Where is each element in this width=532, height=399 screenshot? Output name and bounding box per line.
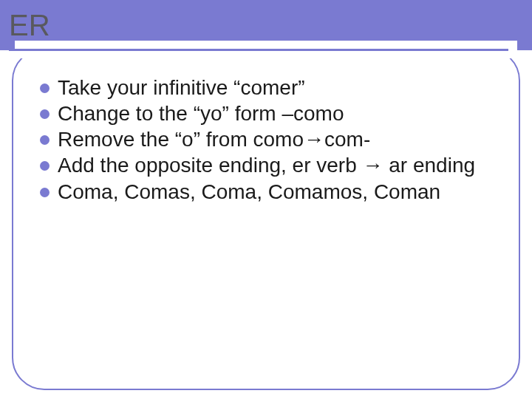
list-item: Remove the “o” from como→com- xyxy=(40,127,501,152)
bullet-text: Coma, Comas, Coma, Comamos, Coman xyxy=(58,180,440,203)
slide-title: ER xyxy=(9,9,50,42)
list-item: Coma, Comas, Coma, Comamos, Coman xyxy=(40,180,501,205)
bullet-icon xyxy=(40,109,50,119)
list-item: Change to the “yo” form –como xyxy=(40,101,501,126)
bullet-icon xyxy=(40,188,50,197)
bullet-icon xyxy=(40,161,50,171)
list-item: Add the opposite ending, er verb → ar en… xyxy=(40,153,501,178)
title-underline xyxy=(9,49,508,51)
bullet-icon xyxy=(40,135,50,145)
bullet-list: Take your infinitive “comer” Change to t… xyxy=(40,75,501,205)
bullet-text: Add the opposite ending, er verb → ar en… xyxy=(58,154,475,177)
bullet-text: Take your infinitive “comer” xyxy=(58,76,305,99)
bullet-text: Remove the “o” from como→com- xyxy=(58,128,370,151)
list-item: Take your infinitive “comer” xyxy=(40,75,501,100)
bullet-icon xyxy=(40,83,50,93)
bullet-text: Change to the “yo” form –como xyxy=(58,102,344,125)
